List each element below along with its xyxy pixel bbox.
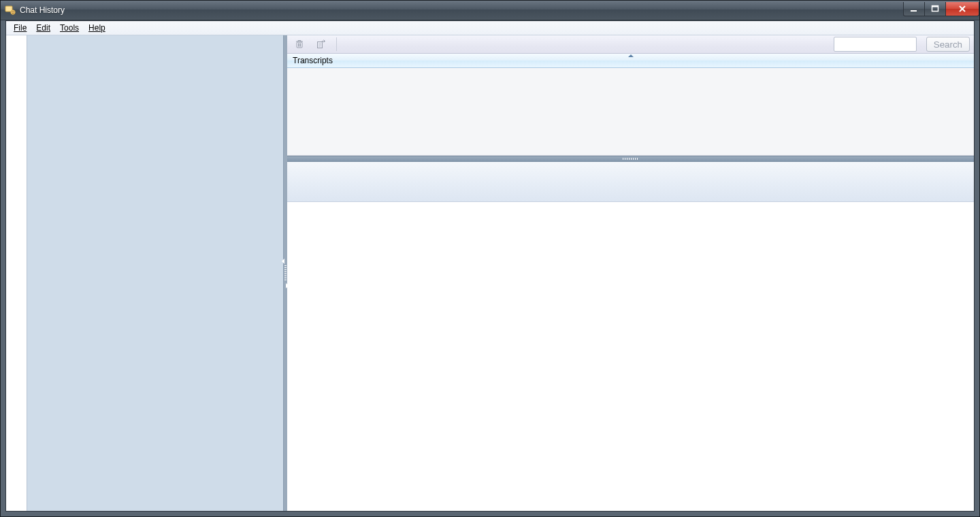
menubar: File Edit Tools Help [6, 21, 974, 35]
svg-point-1 [11, 10, 15, 14]
horizontal-splitter[interactable] [287, 156, 974, 162]
vertical-splitter[interactable] [284, 35, 287, 511]
svg-rect-4 [911, 10, 917, 12]
app-icon [5, 5, 16, 16]
maximize-icon [931, 5, 939, 13]
right-pane: Search Transcripts [287, 35, 974, 511]
minimize-icon [910, 5, 918, 13]
svg-point-2 [12, 12, 12, 12]
menu-file-label: File [14, 23, 27, 33]
maximize-button[interactable] [925, 2, 946, 16]
menu-tools[interactable]: Tools [55, 21, 84, 35]
menu-edit[interactable]: Edit [31, 21, 55, 35]
app-window: Chat History File Edit Tools Help [0, 0, 980, 517]
work-area: Search Transcripts [6, 35, 974, 511]
export-button[interactable] [313, 36, 329, 52]
sort-ascending-icon [628, 54, 634, 57]
search-input[interactable] [834, 37, 917, 52]
client-area: File Edit Tools Help [5, 20, 975, 512]
menu-file[interactable]: File [9, 21, 31, 35]
minimize-button[interactable] [903, 2, 925, 16]
menu-tools-label: Tools [60, 23, 79, 33]
splitter-collapse-left-icon [282, 258, 284, 264]
titlebar[interactable]: Chat History [1, 1, 979, 20]
close-button[interactable] [946, 2, 979, 16]
search-button-label: Search [934, 39, 962, 50]
search-button[interactable]: Search [926, 37, 970, 52]
svg-rect-6 [932, 6, 938, 7]
delete-button[interactable] [291, 36, 308, 52]
toolbar-separator [336, 37, 337, 51]
sidebar [6, 35, 284, 511]
trash-icon [294, 39, 305, 50]
svg-point-3 [13, 12, 14, 12]
export-icon [316, 39, 327, 50]
column-header-label: Transcripts [293, 56, 333, 65]
menu-help[interactable]: Help [84, 21, 110, 35]
column-header-transcripts[interactable]: Transcripts [287, 54, 974, 68]
close-icon [958, 5, 967, 13]
window-controls [903, 2, 979, 16]
transcript-list[interactable] [287, 68, 974, 156]
detail-header [287, 162, 974, 202]
window-title: Chat History [20, 5, 65, 15]
menu-help-label: Help [88, 23, 105, 33]
toolbar: Search [287, 35, 974, 54]
menu-edit-label: Edit [36, 23, 50, 33]
detail-body [287, 202, 974, 511]
splitter-collapse-right-icon [286, 283, 289, 288]
